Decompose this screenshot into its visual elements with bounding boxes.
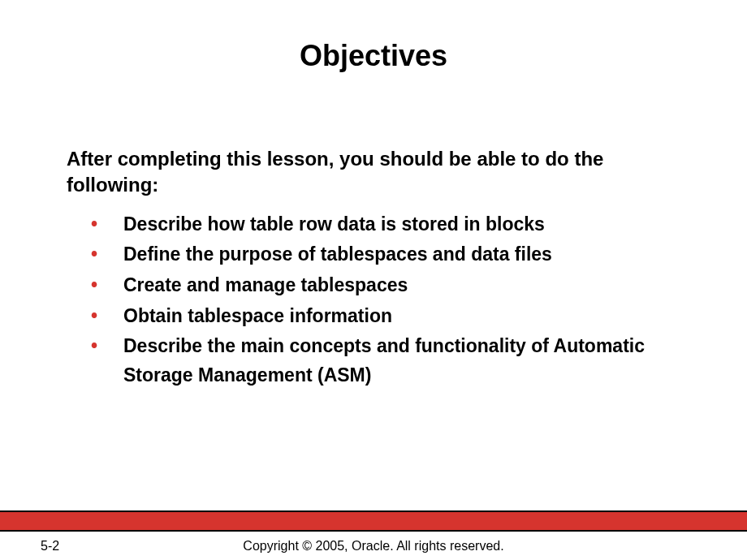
slide-title: Objectives	[0, 39, 747, 73]
list-item: Describe how table row data is stored in…	[91, 210, 700, 239]
list-item: Obtain tablespace information	[91, 302, 700, 331]
list-item: Create and manage tablespaces	[91, 271, 700, 300]
footer-text: 5-2 Copyright © 2005, Oracle. All rights…	[0, 536, 747, 554]
content-area: After completing this lesson, you should…	[67, 146, 700, 392]
oracle-logo-text: ORACLE	[613, 482, 687, 499]
list-item: Define the purpose of tablespaces and da…	[91, 240, 700, 269]
registered-icon: ®	[689, 482, 694, 490]
list-item: Describe the main concepts and functiona…	[91, 332, 700, 390]
oracle-logo: ORACLE ®	[597, 481, 710, 500]
slide: Objectives After completing this lesson,…	[0, 0, 747, 560]
footer-bar: ORACLE ®	[0, 510, 747, 532]
copyright-text: Copyright © 2005, Oracle. All rights res…	[0, 539, 747, 554]
bullet-list: Describe how table row data is stored in…	[67, 210, 700, 390]
intro-text: After completing this lesson, you should…	[67, 146, 700, 199]
